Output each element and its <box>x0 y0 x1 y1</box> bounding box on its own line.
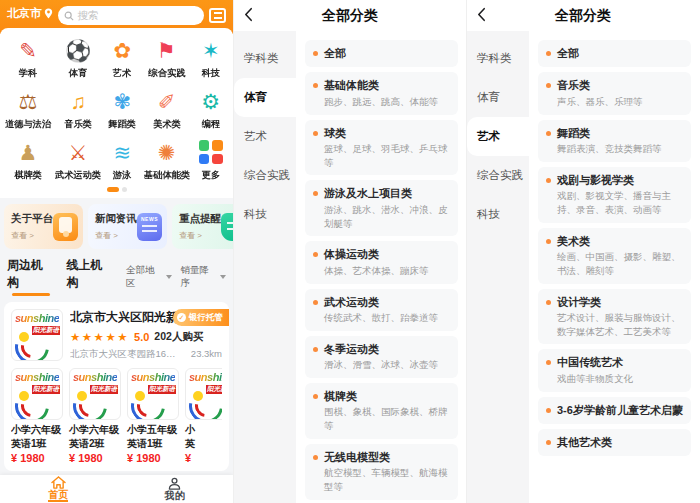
promo-alerts[interactable]: 重点提醒 查看 > <box>172 204 233 249</box>
chevron-down-icon <box>220 275 226 279</box>
filters: 全部地区 销量降序 <box>126 264 226 290</box>
bullet-icon <box>313 252 318 257</box>
promo-title: 重点提醒 <box>179 212 221 226</box>
course-card[interactable]: sunshine 阳光新语 小学六年级 英语2班 ¥ 1980 <box>69 368 121 464</box>
subcategory-item[interactable]: 戏剧与影视学类 戏剧、影视文学、播音与主持、录音、表演、动画等 <box>538 167 691 223</box>
tab-online-orgs[interactable]: 线上机构 <box>67 257 115 296</box>
subcategory-item[interactable]: 3-6岁学龄前儿童艺术启蒙 <box>538 397 691 424</box>
more-icon <box>199 140 223 164</box>
subcategory-title: 舞蹈类 <box>557 126 662 141</box>
sidebar-item[interactable]: 学科类 <box>234 39 296 78</box>
category-cell[interactable]: 更多 <box>192 138 231 182</box>
course-card[interactable]: sunshine 阳光新语 小学五年级 英语1班 ¥ 1980 <box>127 368 179 464</box>
category-label: 武术运动类 <box>55 169 101 182</box>
person-icon <box>168 477 181 490</box>
sidebar-item[interactable]: 科技 <box>234 195 296 234</box>
sidebar-item[interactable]: 学科类 <box>467 39 529 78</box>
sidebar-item-label: 艺术 <box>477 129 500 144</box>
rating-score: 5.0 <box>134 331 149 343</box>
category-label: 体育 <box>69 67 87 80</box>
subcategory-item[interactable]: 美术类 绘画、中国画、摄影、雕塑、书法、雕刻等 <box>538 228 691 284</box>
promo-news[interactable]: 新闻资讯 查看 > NEWS <box>88 204 167 249</box>
category-icon: ⚔ <box>63 138 93 166</box>
logo-text-en: sunshine <box>15 371 59 383</box>
subcategory-item[interactable]: 游泳及水上项目类 游泳、跳水、潜水、冲浪、皮划艇等 <box>305 180 458 236</box>
bullet-icon <box>546 131 551 136</box>
subcategory-title: 体操运动类 <box>324 247 429 262</box>
subcategory-title: 戏剧与影视学类 <box>557 173 684 188</box>
subcategory-item[interactable]: 全部 <box>538 40 691 67</box>
school-card-sunshine[interactable]: ✓ 银行托管 sunshine 阳光新语 北京市大兴区阳光新语培训学校 ★ <box>4 302 229 471</box>
category-cell[interactable]: ≋ 游泳 <box>103 138 142 182</box>
subcategory-item[interactable]: 基础体能类 跑步、跳远、跳高、体能等 <box>305 72 458 114</box>
subcategory-item[interactable]: 棋牌类 围棋、象棋、国际象棋、桥牌等 <box>305 383 458 439</box>
tab-home-label: 首页 <box>48 489 68 503</box>
bullet-icon <box>313 191 318 196</box>
category-cell[interactable]: ✾ 舞蹈类 <box>103 87 142 131</box>
sidebar-item-label: 体育 <box>477 90 500 105</box>
page-dot-active <box>107 187 119 192</box>
category-label: 更多 <box>202 169 220 182</box>
scan-icon[interactable] <box>209 8 226 23</box>
category-icon: ≋ <box>107 138 137 166</box>
subcategory-item[interactable]: 球类 篮球、足球、羽毛球、乒乓球等 <box>305 120 458 176</box>
category-cell[interactable]: ⚽ 体育 <box>53 36 103 80</box>
filter-region[interactable]: 全部地区 <box>126 264 171 290</box>
sidebar-item[interactable]: 综合实践 <box>467 156 529 195</box>
category-cell[interactable]: ✐ 美术类 <box>142 87 192 131</box>
subcategory-item[interactable]: 全部 <box>305 40 458 67</box>
sidebar-item[interactable]: 体育 <box>234 78 296 117</box>
category-cell[interactable]: ✎ 学科 <box>3 36 53 80</box>
subcategory-item[interactable]: 冬季运动类 滑冰、滑雪、冰球、冰壶等 <box>305 336 458 378</box>
tab-mine[interactable]: 我的 <box>117 475 234 503</box>
home-body: 关于平台 查看 > 新闻资讯 查看 > NEWS 重点提醒 查看 > <box>0 198 233 503</box>
sidebar-item[interactable]: 体育 <box>467 78 529 117</box>
school-logo: sunshine 阳光新语 <box>11 309 63 361</box>
category-grid: ✎ 学科 ⚽ 体育 ✿ 艺术 ⚑ 综合实践 <box>0 28 233 185</box>
bullet-icon <box>546 178 551 183</box>
subcategory-item[interactable]: 舞蹈类 舞蹈表演、竞技类舞蹈等 <box>538 120 691 162</box>
category-screen-sports: 全部分类 学科类 体育 艺术 综合实践 科技 <box>233 0 466 503</box>
course-grade: 小 <box>185 423 222 437</box>
subcategory-item[interactable]: 武术运动类 传统武术、散打、跆拳道等 <box>305 289 458 331</box>
course-card[interactable]: sunshine 阳光新语 小 英 ¥ <box>185 368 222 464</box>
category-header: 全部分类 <box>234 0 466 31</box>
subcategory-title: 球类 <box>324 126 451 141</box>
back-button[interactable] <box>244 7 253 26</box>
sidebar-item-label: 科技 <box>477 207 500 222</box>
category-cell[interactable]: ✿ 艺术 <box>103 36 142 80</box>
category-cell[interactable]: ⚔ 武术运动类 <box>53 138 103 182</box>
tab-home[interactable]: 首页 <box>0 475 117 503</box>
course-thumbnail-logo: sunshine 阳光新语 <box>11 368 63 420</box>
category-icon: ⚙ <box>196 87 226 115</box>
subcategory-item[interactable]: 设计学类 艺术设计、服装与服饰设计、数字媒体艺术、工艺美术等 <box>538 289 691 345</box>
tab-nearby-orgs[interactable]: 周边机构 <box>7 257 55 296</box>
subcategory-item[interactable]: 音乐类 声乐、器乐、乐理等 <box>538 72 691 114</box>
promo-about-platform[interactable]: 关于平台 查看 > <box>4 204 83 249</box>
hand-phone-icon <box>53 213 78 241</box>
category-cell[interactable]: ✺ 基础体能类 <box>142 138 192 182</box>
subcategory-item[interactable]: 无线电模型类 航空模型、车辆模型、航海模型等 <box>305 444 458 500</box>
category-cell[interactable]: ⚑ 综合实践 <box>142 36 192 80</box>
location-pin-icon <box>44 8 53 19</box>
subcategory-item[interactable]: 中国传统艺术 戏曲等非物质文化 <box>538 349 691 391</box>
sidebar-item[interactable]: 艺术 <box>234 117 296 156</box>
category-cell[interactable]: ♟ 棋牌类 <box>3 138 53 182</box>
bottom-tab-bar: 首页 我的 <box>0 475 233 503</box>
city-selector[interactable]: 北京市 <box>7 6 53 21</box>
subcategory-title: 游泳及水上项目类 <box>324 186 451 201</box>
category-cell[interactable]: ✶ 科技 <box>192 36 231 80</box>
sidebar-item[interactable]: 科技 <box>467 195 529 234</box>
course-card[interactable]: sunshine 阳光新语 小学六年级 英语1班 ¥ 1980 <box>11 368 63 464</box>
search-input[interactable]: 搜索 <box>58 6 205 25</box>
category-cell[interactable]: ♫ 音乐类 <box>53 87 103 131</box>
filter-sort[interactable]: 销量降序 <box>181 264 226 290</box>
subcategory-title: 3-6岁学龄前儿童艺术启蒙 <box>557 403 683 418</box>
sidebar-item[interactable]: 艺术 <box>467 117 529 156</box>
sidebar-item[interactable]: 综合实践 <box>234 156 296 195</box>
subcategory-item[interactable]: 体操运动类 体操、艺术体操、蹦床等 <box>305 241 458 283</box>
back-button[interactable] <box>477 7 486 26</box>
category-cell[interactable]: ⚖ 道德与法治 <box>3 87 53 131</box>
subcategory-item[interactable]: 其他艺术类 <box>538 429 691 456</box>
category-cell[interactable]: ⚙ 编程 <box>192 87 231 131</box>
